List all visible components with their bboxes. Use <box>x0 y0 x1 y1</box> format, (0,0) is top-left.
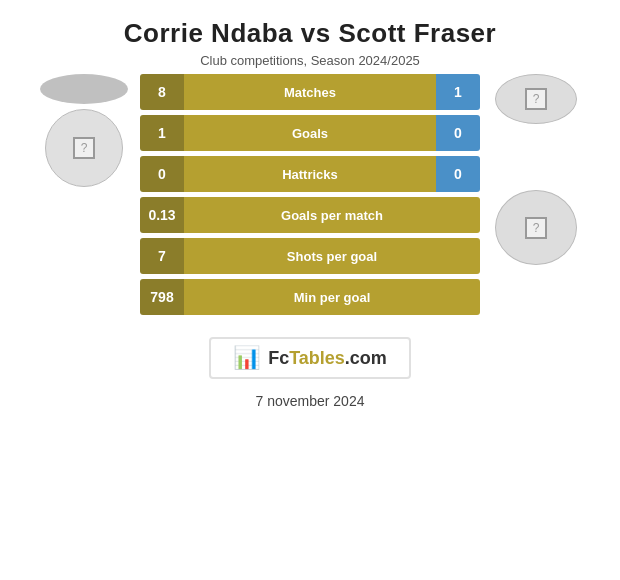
stat-row: 1Goals0 <box>140 115 480 151</box>
stat-label: Min per goal <box>184 279 480 315</box>
stat-label: Goals per match <box>184 197 480 233</box>
stat-label: Matches <box>184 74 436 110</box>
stat-left-value: 7 <box>140 238 184 274</box>
stat-left-value: 798 <box>140 279 184 315</box>
stat-left-value: 0.13 <box>140 197 184 233</box>
left-avatar-placeholder-icon: ? <box>73 137 95 159</box>
title-section: Corrie Ndaba vs Scott Fraser Club compet… <box>0 0 620 74</box>
stat-label: Hattricks <box>184 156 436 192</box>
page-container: Corrie Ndaba vs Scott Fraser Club compet… <box>0 0 620 580</box>
stat-row: 8Matches1 <box>140 74 480 110</box>
stat-row: 7Shots per goal <box>140 238 480 274</box>
right-player-avatar-top: ? <box>495 74 577 124</box>
right-player-avatar-bottom: ? <box>495 190 577 265</box>
logo-section: 📊 FcTables.com <box>0 337 620 379</box>
stat-label: Shots per goal <box>184 238 480 274</box>
subtitle: Club competitions, Season 2024/2025 <box>0 53 620 68</box>
stat-right-value: 1 <box>436 74 480 110</box>
stat-left-value: 1 <box>140 115 184 151</box>
avatars-and-stats: ? 8Matches11Goals00Hattricks00.13Goals p… <box>0 74 620 315</box>
right-avatar-bottom-placeholder-icon: ? <box>525 217 547 239</box>
stat-right-value: 0 <box>436 156 480 192</box>
stat-label: Goals <box>184 115 436 151</box>
right-player-column: ? ? <box>486 74 586 265</box>
left-shirt-ellipse <box>40 74 128 104</box>
right-avatar-top-placeholder-icon: ? <box>525 88 547 110</box>
stat-left-value: 0 <box>140 156 184 192</box>
stat-row: 0Hattricks0 <box>140 156 480 192</box>
stat-row: 0.13Goals per match <box>140 197 480 233</box>
stat-right-value: 0 <box>436 115 480 151</box>
stat-row: 798Min per goal <box>140 279 480 315</box>
logo-text: FcTables.com <box>268 348 387 369</box>
date-section: 7 november 2024 <box>0 393 620 409</box>
left-player-avatar: ? <box>45 109 123 187</box>
left-player-column: ? <box>34 74 134 187</box>
stats-container: 8Matches11Goals00Hattricks00.13Goals per… <box>140 74 480 315</box>
main-title: Corrie Ndaba vs Scott Fraser <box>0 18 620 49</box>
date-text: 7 november 2024 <box>256 393 365 409</box>
logo-chart-icon: 📊 <box>233 345 260 371</box>
stat-left-value: 8 <box>140 74 184 110</box>
logo-box: 📊 FcTables.com <box>209 337 411 379</box>
